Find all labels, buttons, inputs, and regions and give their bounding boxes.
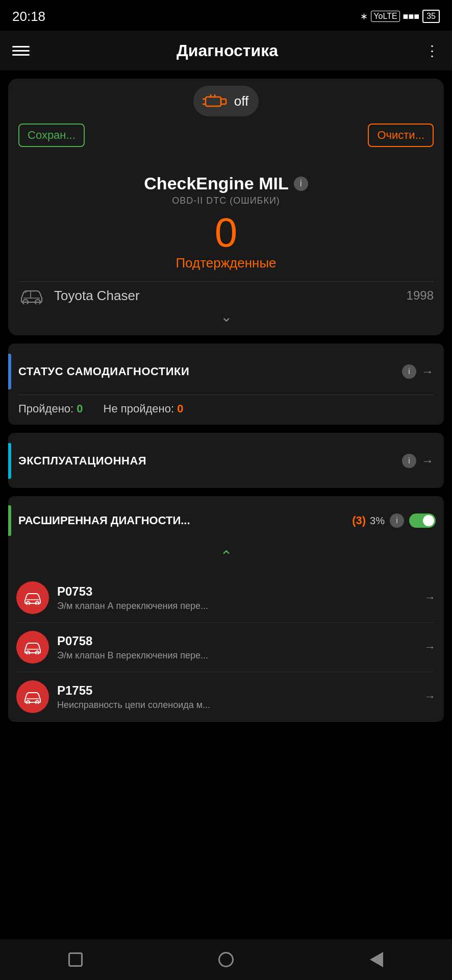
expand-chevron[interactable]: ⌃ xyxy=(8,543,444,573)
app-bar: Диагностика ⋮ xyxy=(0,31,452,70)
error-info: P0758 Э/м клапан В переключения пере... xyxy=(57,634,424,661)
operational-info-icon[interactable]: i xyxy=(402,454,416,468)
nav-recent-button[interactable] xyxy=(361,944,392,975)
nav-bar xyxy=(0,939,452,980)
error-code: P0753 xyxy=(57,584,424,599)
ext-diag-percent: 3% xyxy=(370,515,385,527)
error-description: Неисправность цепи соленоида м... xyxy=(57,700,424,710)
car-name: Toyota Chaser xyxy=(54,288,140,304)
ext-diag-section: РАСШИРЕННАЯ ДИАГНОСТИ... (3) 3% i ⌃ xyxy=(8,496,444,722)
nav-spacer xyxy=(8,730,444,781)
error-info: P1755 Неисправность цепи соленоида м... xyxy=(57,683,424,710)
error-description: Э/м клапан А переключения пере... xyxy=(57,601,424,611)
section-bar xyxy=(8,505,11,536)
error-engine-icon xyxy=(23,640,42,654)
check-engine-card: off Сохран... Очисти... CheckEngine MIL … xyxy=(8,79,444,335)
ce-info-icon[interactable]: i xyxy=(294,177,308,191)
self-diag-stats: Пройдено: 0 Не пройдено: 0 xyxy=(8,395,444,425)
section-bar xyxy=(8,354,11,389)
error-icon-wrap xyxy=(16,631,49,664)
error-code: P1755 xyxy=(57,683,424,698)
ext-diag-title: РАСШИРЕННАЯ ДИАГНОСТИ... xyxy=(18,514,352,527)
status-time: 20:18 xyxy=(12,9,45,24)
operational-section: ЭКСПЛУАТАЦИОННАЯ i → xyxy=(8,433,444,488)
failed-stat: Не пройдено: 0 xyxy=(104,402,184,415)
signal-icon: ■■■ xyxy=(403,11,420,22)
error-item-p0753[interactable]: P0753 Э/м клапан А переключения пере... … xyxy=(16,573,436,623)
clear-button[interactable]: Очисти... xyxy=(368,124,434,147)
page-title: Диагностика xyxy=(177,41,278,60)
engine-icon xyxy=(202,91,230,111)
error-arrow[interactable]: → xyxy=(424,641,436,654)
error-info: P0753 Э/м клапан А переключения пере... xyxy=(57,584,424,611)
ext-diag-toggle[interactable] xyxy=(409,513,436,528)
ext-diag-info-icon[interactable]: i xyxy=(390,513,404,528)
status-bar: 20:18 ∗ YoLTE ■■■ 35 xyxy=(0,0,452,31)
operational-title: ЭКСПЛУАТАЦИОННАЯ xyxy=(18,454,402,468)
status-icons: ∗ YoLTE ■■■ 35 xyxy=(360,10,440,23)
dtc-label: Подтержденные xyxy=(18,255,434,271)
car-icon xyxy=(18,287,45,304)
error-engine-icon xyxy=(23,690,42,704)
collapse-chevron[interactable]: ⌄ xyxy=(18,308,434,325)
self-diag-arrow[interactable]: → xyxy=(421,364,434,379)
nav-back-icon xyxy=(370,952,383,967)
battery-icon: 35 xyxy=(422,10,440,23)
self-diag-info-icon[interactable]: i xyxy=(402,364,416,379)
car-year: 1998 xyxy=(407,288,434,303)
ce-subtitle: OBD-II DTC (ОШИБКИ) xyxy=(18,195,434,206)
bluetooth-icon: ∗ xyxy=(360,11,368,22)
error-item-p0758[interactable]: P0758 Э/м клапан В переключения пере... … xyxy=(16,623,436,672)
more-options-button[interactable]: ⋮ xyxy=(425,42,440,59)
nav-home-button[interactable] xyxy=(211,944,241,975)
operational-arrow[interactable]: → xyxy=(421,454,434,468)
error-code: P0758 xyxy=(57,634,424,648)
ext-diag-header: РАСШИРЕННАЯ ДИАГНОСТИ... (3) 3% i xyxy=(8,496,444,543)
ce-title-row: CheckEngine MIL i xyxy=(18,174,434,193)
error-icon-wrap xyxy=(16,680,49,713)
passed-value: 0 xyxy=(77,402,83,415)
engine-off-badge: off xyxy=(193,86,259,116)
svg-rect-0 xyxy=(206,97,221,106)
self-diag-header: СТАТУС САМОДИАГНОСТИКИ i → xyxy=(8,344,444,389)
ce-action-row: Сохран... Очисти... xyxy=(18,124,434,147)
self-diag-title: СТАТУС САМОДИАГНОСТИКИ xyxy=(18,365,402,378)
error-engine-icon xyxy=(23,591,42,605)
car-info-row: Toyota Chaser 1998 xyxy=(18,281,434,304)
dtc-count: 0 xyxy=(18,212,434,253)
nav-square-icon xyxy=(68,952,83,967)
error-icon-wrap xyxy=(16,581,49,614)
error-description: Э/м клапан В переключения пере... xyxy=(57,650,424,661)
hamburger-menu-button[interactable] xyxy=(12,46,30,56)
error-list: P0753 Э/м клапан А переключения пере... … xyxy=(8,573,444,722)
nav-back-button[interactable] xyxy=(60,944,91,975)
engine-status-label: off xyxy=(234,93,248,109)
passed-stat: Пройдено: 0 xyxy=(18,402,83,415)
self-diag-section: СТАТУС САМОДИАГНОСТИКИ i → Пройдено: 0 Н… xyxy=(8,344,444,425)
section-bar xyxy=(8,443,11,479)
failed-value: 0 xyxy=(177,402,183,415)
error-arrow[interactable]: → xyxy=(424,690,436,703)
error-arrow[interactable]: → xyxy=(424,591,436,604)
main-content: off Сохран... Очисти... CheckEngine MIL … xyxy=(0,70,452,789)
ce-title: CheckEngine MIL xyxy=(144,174,288,193)
error-item-p1755[interactable]: P1755 Неисправность цепи соленоида м... … xyxy=(16,672,436,722)
engine-off-badge-wrap: off xyxy=(18,86,434,116)
nav-circle-icon xyxy=(218,952,234,967)
ext-diag-count: (3) xyxy=(352,514,366,527)
operational-header: ЭКСПЛУАТАЦИОННАЯ i → xyxy=(8,433,444,488)
save-button[interactable]: Сохран... xyxy=(18,124,85,147)
network-icon: YoLTE xyxy=(371,11,399,22)
svg-rect-1 xyxy=(221,99,226,104)
